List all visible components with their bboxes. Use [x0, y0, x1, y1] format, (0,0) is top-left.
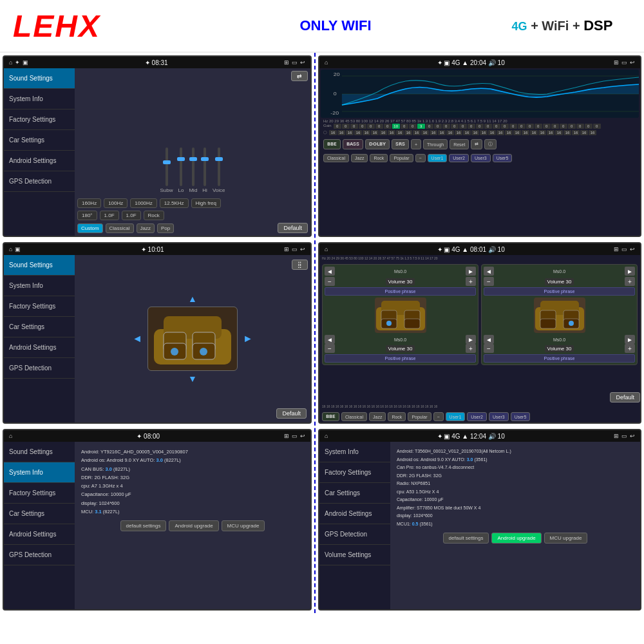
- default-btn-eq[interactable]: Default: [278, 223, 308, 233]
- arrow-right[interactable]: ►: [243, 333, 253, 345]
- btn-rr-vol-plus[interactable]: +: [625, 277, 635, 286]
- eq-swap-btn[interactable]: ⇄: [291, 71, 308, 81]
- sidebar-item-sound-settings-2[interactable]: Sound Settings: [4, 255, 75, 276]
- sidebar-item-car-settings-3[interactable]: Car Settings: [4, 504, 75, 524]
- default-btn-sp[interactable]: Default: [610, 392, 640, 402]
- btn-srs[interactable]: 𝗦𝗥𝗦: [392, 139, 409, 149]
- car-sliders-btn[interactable]: ⣿: [292, 258, 308, 270]
- slider-track-mid[interactable]: [192, 147, 194, 186]
- slider-track-hi[interactable]: [204, 147, 206, 186]
- sidebar-item-android-r[interactable]: Android Settings: [319, 504, 390, 524]
- sidebar-item-gps-detection-2[interactable]: GPS Detection: [4, 358, 75, 379]
- sidebar-item-factory-r[interactable]: Factory Settings: [319, 462, 390, 483]
- sp-btn-classical[interactable]: Classical: [341, 412, 367, 421]
- btn-bbe[interactable]: 𝗕𝗕𝗘: [323, 139, 341, 149]
- btn-rr-prev[interactable]: ◄: [484, 267, 494, 276]
- btn-rl-next[interactable]: ►: [625, 335, 635, 344]
- btn-1f-1[interactable]: 1.0F: [100, 211, 119, 220]
- sp-btn-bbe[interactable]: 𝗕𝗕𝗘: [322, 412, 339, 421]
- btn-1000hz[interactable]: 1000Hz: [130, 198, 157, 208]
- sidebar-item-car-settings[interactable]: Car Settings: [4, 130, 75, 151]
- btn-mcu-upgrade-left[interactable]: MCU upgrade: [222, 520, 265, 531]
- sidebar-item-android-settings-2[interactable]: Android Settings: [4, 337, 75, 358]
- sidebar-item-system-info-3[interactable]: System Info: [4, 462, 75, 483]
- btn-rock-r[interactable]: Rock: [370, 154, 388, 162]
- btn-default-settings-left[interactable]: default settings: [120, 520, 167, 531]
- btn-fr-next[interactable]: ►: [466, 335, 476, 344]
- sidebar-item-android-settings-3[interactable]: Android Settings: [4, 524, 75, 545]
- sp-btn-jazz[interactable]: Jazz: [369, 412, 386, 421]
- sidebar-item-system-info[interactable]: System Info: [4, 89, 75, 109]
- btn-125khz[interactable]: 12.5KHz: [160, 198, 189, 208]
- btn-user1[interactable]: User1: [428, 154, 448, 162]
- sp-btn-user2[interactable]: User2: [467, 412, 487, 421]
- btn-android-upgrade-right[interactable]: Android upgrade: [491, 533, 541, 544]
- btn-jazz-r[interactable]: Jazz: [351, 154, 368, 162]
- btn-arrows[interactable]: ⇄: [471, 139, 482, 149]
- btn-plus[interactable]: +: [411, 139, 421, 149]
- btn-dolby[interactable]: 𝗗𝗢𝗟𝗕𝗬: [365, 139, 390, 149]
- slider-track-voice[interactable]: [218, 147, 220, 186]
- sidebar-item-android-settings[interactable]: Android Settings: [4, 151, 75, 171]
- sidebar-item-system-info-2[interactable]: System Info: [4, 276, 75, 296]
- car-eq-btn[interactable]: ⣿: [292, 260, 308, 270]
- sidebar-item-sound-settings-3[interactable]: Sound Settings: [4, 442, 75, 462]
- arrow-down[interactable]: ▼: [188, 374, 197, 384]
- btn-user3[interactable]: User3: [471, 154, 491, 162]
- btn-fr-prev[interactable]: ◄: [325, 335, 335, 344]
- btn-1f-2[interactable]: 1.0F: [122, 211, 141, 220]
- sidebar-item-gps-r[interactable]: GPS Detection: [319, 524, 390, 545]
- btn-rr-next[interactable]: ►: [625, 267, 635, 276]
- btn-160hz[interactable]: 160Hz: [77, 198, 101, 208]
- sidebar-item-factory-settings[interactable]: Factory Settings: [4, 109, 75, 130]
- btn-minus[interactable]: −: [415, 154, 426, 162]
- btn-180deg[interactable]: 180°: [77, 211, 97, 220]
- btn-default-settings-right[interactable]: default settings: [443, 533, 489, 544]
- arrow-up[interactable]: ▲: [188, 294, 197, 304]
- sidebar-item-factory-settings-3[interactable]: Factory Settings: [4, 483, 75, 504]
- sidebar-item-gps-detection-3[interactable]: GPS Detection: [4, 545, 75, 565]
- btn-bass[interactable]: 𝗕𝗔𝗦𝗦: [343, 139, 363, 149]
- sidebar-item-car-r[interactable]: Car Settings: [319, 483, 390, 504]
- sp-btn-user1[interactable]: User1: [446, 412, 466, 421]
- btn-rl-prev[interactable]: ◄: [484, 335, 494, 344]
- sp-btn-minus[interactable]: −: [433, 412, 444, 421]
- btn-popular[interactable]: Popular: [390, 154, 413, 162]
- sidebar-item-factory-settings-2[interactable]: Factory Settings: [4, 296, 75, 317]
- btn-highfreq[interactable]: High freq: [191, 198, 221, 208]
- btn-fl-prev[interactable]: ◄: [325, 267, 335, 276]
- sp-btn-user3[interactable]: User3: [489, 412, 509, 421]
- btn-fl-next[interactable]: ►: [466, 267, 476, 276]
- preset-custom[interactable]: Custom: [77, 223, 103, 233]
- sidebar-item-gps-detection[interactable]: GPS Detection: [4, 171, 75, 192]
- btn-fl-vol-plus[interactable]: +: [466, 277, 476, 286]
- sp-btn-rock[interactable]: Rock: [388, 412, 406, 421]
- btn-rr-vol-minus[interactable]: −: [484, 277, 494, 286]
- btn-mcu-upgrade-right[interactable]: MCU upgrade: [544, 533, 588, 544]
- btn-rl-vol-plus[interactable]: +: [625, 344, 635, 353]
- btn-100hz[interactable]: 100Hz: [104, 198, 128, 208]
- btn-info[interactable]: ⓘ: [484, 139, 497, 149]
- default-btn-car[interactable]: Default: [276, 408, 307, 419]
- btn-user5[interactable]: User5: [493, 154, 513, 162]
- sidebar-item-sysinfo-r[interactable]: System Info: [319, 442, 390, 462]
- btn-rock[interactable]: Rock: [144, 211, 164, 220]
- btn-through[interactable]: Through: [423, 139, 448, 149]
- btn-fr-vol-minus[interactable]: −: [325, 344, 335, 353]
- preset-pop[interactable]: Pop: [157, 223, 174, 233]
- btn-reset[interactable]: Reset: [450, 139, 469, 149]
- preset-jazz[interactable]: Jazz: [137, 223, 155, 233]
- sidebar-item-volume-r[interactable]: Volume Settings: [319, 545, 390, 565]
- slider-track-lo[interactable]: [180, 147, 182, 186]
- sp-btn-user5[interactable]: User5: [511, 412, 531, 421]
- sidebar-item-car-settings-2[interactable]: Car Settings: [4, 317, 75, 337]
- sidebar-item-sound-settings[interactable]: Sound Settings: [4, 68, 75, 89]
- btn-user2[interactable]: User2: [449, 154, 469, 162]
- btn-fr-vol-plus[interactable]: +: [466, 344, 476, 353]
- btn-fl-vol-minus[interactable]: −: [325, 277, 335, 286]
- preset-classical[interactable]: Classical: [106, 223, 134, 233]
- btn-classical-r[interactable]: Classical: [323, 154, 349, 162]
- arrow-left[interactable]: ◄: [132, 333, 142, 345]
- btn-android-upgrade-left[interactable]: Android upgrade: [169, 520, 218, 531]
- slider-track-subw[interactable]: [166, 147, 168, 186]
